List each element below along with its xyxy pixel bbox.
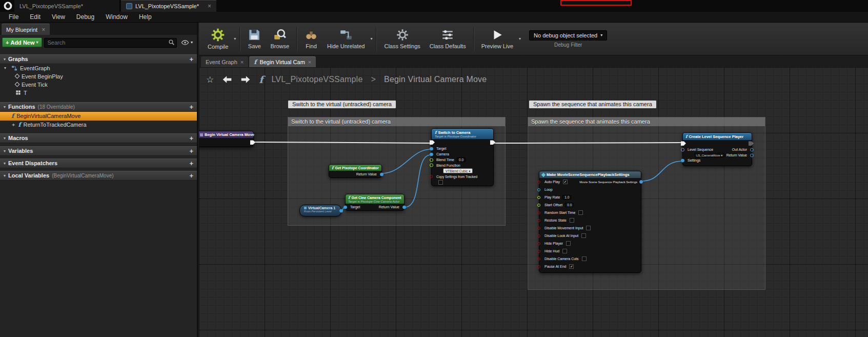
- tree-item-event-beginplay[interactable]: Event BeginPlay: [0, 72, 197, 81]
- close-icon[interactable]: ×: [240, 59, 244, 65]
- input-pin[interactable]: [537, 227, 540, 230]
- hide-unrelated-button[interactable]: Hide Unrelated: [322, 27, 369, 51]
- asset-picker[interactable]: LS_CameraMove ▾: [694, 153, 724, 157]
- chevron-down-icon[interactable]: ▾: [369, 36, 373, 41]
- input-pin[interactable]: [537, 242, 540, 245]
- breadcrumb-root[interactable]: LVL_PixotopeVSSample: [271, 75, 362, 84]
- pin-checkbox[interactable]: [586, 226, 591, 230]
- section-graphs[interactable]: ▾ Graphs +: [0, 54, 197, 64]
- exec-in-pin[interactable]: [430, 140, 435, 145]
- tree-item-eventgraph[interactable]: ▾ EventGraph: [0, 64, 197, 72]
- node-virtualcamera-reference[interactable]: VirtualCamera 1 From Persistent Level: [299, 205, 341, 216]
- input-pin-target[interactable]: [430, 147, 433, 150]
- output-pin-playback-settings[interactable]: [639, 180, 643, 184]
- input-pin-copy-settings[interactable]: [430, 175, 433, 178]
- input-pin[interactable]: [537, 181, 540, 184]
- close-icon[interactable]: ×: [42, 26, 45, 33]
- blend-function-dropdown[interactable]: VTBlend Cubic ▾: [443, 168, 473, 173]
- input-pin-settings[interactable]: [681, 158, 684, 162]
- pin-checkbox[interactable]: ✓: [569, 264, 574, 269]
- class-defaults-button[interactable]: Class Defaults: [425, 27, 471, 51]
- input-pin-camera[interactable]: [430, 152, 433, 156]
- exec-out-pin[interactable]: [250, 140, 255, 145]
- comment-header[interactable]: Switch to the virtual (untracked) camera: [288, 117, 505, 126]
- plus-icon[interactable]: +: [189, 55, 193, 63]
- node-get-cine-camera-component[interactable]: f Get Cine Camera Component Target is Pi…: [345, 194, 405, 211]
- exec-in-pin[interactable]: [681, 141, 686, 146]
- input-pin[interactable]: [537, 257, 540, 261]
- pin-checkbox[interactable]: [581, 233, 586, 238]
- output-pin-out-actor[interactable]: [750, 148, 754, 151]
- input-pin[interactable]: [537, 204, 540, 207]
- window-tab-blueprint[interactable]: LVL_PixotopeVSSample* ×: [121, 0, 216, 12]
- node-begin-virtual-camera-move[interactable]: Begin Virtual Camera Move: [199, 131, 254, 147]
- tree-item-event-tick[interactable]: Event Tick: [0, 81, 197, 89]
- input-pin[interactable]: [537, 219, 540, 222]
- pin-checkbox[interactable]: [582, 256, 587, 261]
- pin-checkbox[interactable]: ✓: [563, 180, 568, 184]
- input-pin-blend-function[interactable]: [430, 164, 433, 167]
- section-variables[interactable]: ▾ Variables +: [0, 146, 197, 156]
- chevron-down-icon[interactable]: ▾: [233, 36, 237, 41]
- input-pin[interactable]: [537, 188, 540, 191]
- pin-checkbox[interactable]: [562, 249, 567, 253]
- pin-value-field[interactable]: 1.0: [562, 195, 571, 200]
- window-tab-level[interactable]: LVL_PixotopeVSSample*: [14, 0, 120, 12]
- function-item-beginvirtualcameramove[interactable]: f BeginVirtualCameraMove: [0, 112, 197, 121]
- input-pin-target[interactable]: [344, 205, 347, 209]
- class-settings-button[interactable]: Class Settings: [379, 27, 425, 51]
- section-local-variables[interactable]: ▾ Local Variables (BeginVirtualCameraMov…: [0, 171, 197, 181]
- pin-value-field[interactable]: 0.0: [565, 203, 574, 207]
- pin-checkbox[interactable]: [438, 180, 443, 185]
- menu-edit[interactable]: Edit: [24, 12, 46, 22]
- node-make-moviescene-playback-settings[interactable]: Make MovieSceneSequencePlaybackSettings …: [539, 171, 641, 273]
- section-functions[interactable]: ▾ Functions (18 Overridable) +: [0, 102, 197, 112]
- node-create-level-sequence-player[interactable]: f Create Level Sequence Player Level Seq…: [682, 132, 752, 166]
- tab-begin-virtual-camera-move[interactable]: f Begin Virtual Cam ×: [249, 56, 316, 67]
- menu-help[interactable]: Help: [133, 12, 157, 22]
- save-button[interactable]: Save: [243, 27, 266, 51]
- input-pin[interactable]: [537, 196, 540, 199]
- plus-icon[interactable]: +: [189, 134, 193, 142]
- section-macros[interactable]: ▾ Macros +: [0, 133, 197, 143]
- pin-checkbox[interactable]: [578, 210, 583, 215]
- pin-value-field[interactable]: 0.0: [457, 157, 466, 162]
- pin-checkbox[interactable]: [566, 241, 571, 246]
- debug-object-dropdown[interactable]: No debug object selected ▾: [529, 30, 607, 41]
- input-pin[interactable]: [537, 250, 540, 253]
- menu-debug[interactable]: Debug: [71, 12, 100, 22]
- plus-icon[interactable]: +: [189, 147, 193, 155]
- search-input[interactable]: [44, 38, 177, 48]
- comment-header[interactable]: Spawn the sequence that animates this ca…: [528, 117, 765, 126]
- node-get-pixotope-coordinator[interactable]: f Get Pixotope Coordinator Return Value: [329, 164, 382, 178]
- close-icon[interactable]: ×: [208, 3, 211, 10]
- chevron-down-icon[interactable]: ▾: [518, 36, 522, 41]
- menu-window[interactable]: Window: [100, 12, 133, 22]
- graph-canvas[interactable]: ☆ f LVL_PixotopeVSSample > Begin Virtual…: [199, 67, 868, 337]
- plus-icon[interactable]: +: [189, 172, 193, 180]
- preview-live-button[interactable]: Preview Live: [477, 27, 518, 51]
- back-arrow-icon[interactable]: [222, 75, 232, 84]
- browse-button[interactable]: Browse: [266, 27, 294, 51]
- compile-button[interactable]: Compile: [203, 26, 233, 51]
- forward-arrow-icon[interactable]: [240, 75, 251, 84]
- favorite-star-icon[interactable]: ☆: [206, 74, 214, 85]
- input-pin[interactable]: [537, 265, 540, 268]
- plus-icon[interactable]: +: [189, 160, 193, 167]
- view-options[interactable]: ▾: [179, 39, 195, 46]
- node-switch-to-camera[interactable]: f Switch to Camera Target is Pixotope Co…: [431, 128, 494, 186]
- section-event-dispatchers[interactable]: ▾ Event Dispatchers +: [0, 158, 197, 168]
- input-pin-level-sequence[interactable]: [681, 148, 684, 151]
- function-item-returntotrackedcamera[interactable]: ✦ f ReturnToTrackedCamera: [0, 121, 197, 129]
- input-pin[interactable]: [537, 234, 540, 237]
- input-pin-blend-time[interactable]: [430, 158, 433, 162]
- menu-view[interactable]: View: [46, 12, 71, 22]
- output-pin-return-value[interactable]: [750, 153, 754, 157]
- find-button[interactable]: Find: [300, 27, 322, 51]
- menu-file[interactable]: File: [3, 12, 24, 22]
- output-pin[interactable]: [339, 209, 343, 212]
- tree-item-t[interactable]: T: [0, 89, 197, 97]
- input-pin[interactable]: [537, 211, 540, 214]
- close-icon[interactable]: ×: [308, 59, 311, 65]
- output-pin-return-value[interactable]: [380, 172, 383, 176]
